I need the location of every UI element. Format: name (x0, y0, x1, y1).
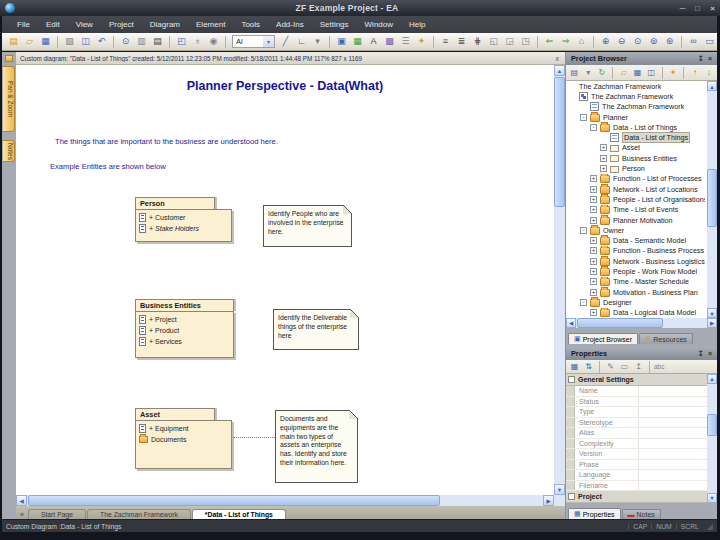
expander-icon[interactable]: + (590, 309, 597, 316)
package-item[interactable]: Documents (136, 434, 231, 444)
scroll-down-icon[interactable]: ▼ (707, 308, 717, 318)
canvas-vertical-scrollbar[interactable]: ▲ ▼ (554, 65, 565, 495)
tab-resources[interactable]: ⚙Resources (639, 333, 693, 344)
expander-icon[interactable]: - (580, 114, 587, 121)
expander-icon[interactable]: + (590, 268, 597, 275)
package-item[interactable]: + Equipment (136, 423, 231, 434)
options-icon[interactable]: ∞ (686, 35, 701, 49)
tree-item-planner-motivation[interactable]: +Planner Motivation (566, 215, 717, 225)
find-icon[interactable]: ⊙ (118, 35, 133, 49)
pin-icon[interactable]: ↧ (696, 350, 706, 358)
zoom-custom-icon[interactable]: ⊛ (662, 35, 677, 49)
tree-item-designer[interactable]: -Designer (566, 297, 717, 307)
close-panel-icon[interactable]: × (706, 350, 714, 357)
paste-icon[interactable]: ▧ (62, 35, 77, 49)
pb-document-icon[interactable]: ▤ (568, 68, 581, 77)
navigate-back-icon[interactable]: ⇐ (542, 35, 557, 49)
resize-grip-icon[interactable]: ◢ (707, 522, 713, 531)
tree-item-asset[interactable]: +Asset (566, 143, 717, 153)
note-business-entities[interactable]: Identify the Deliverable things of the e… (273, 309, 359, 350)
package-item[interactable]: + Product (136, 325, 233, 336)
zoom-out-icon[interactable]: ⊖ (614, 35, 629, 49)
menu-project[interactable]: Project (102, 18, 141, 31)
open-icon[interactable]: ▱ (22, 35, 37, 49)
properties-vertical-scrollbar[interactable]: ▲ ▼ (707, 374, 717, 503)
maximize-button[interactable]: □ (690, 4, 705, 13)
tree-item-data-logical[interactable]: +Data - Logical Data Model (566, 308, 717, 318)
note-asset[interactable]: Documents and equipments are the main tw… (275, 410, 358, 483)
menu-diagram[interactable]: Diagram (143, 18, 187, 31)
property-value[interactable] (639, 449, 717, 459)
tree-item-diagram[interactable]: The Zachman Framework (566, 102, 717, 112)
expander-icon[interactable]: + (590, 196, 597, 203)
pb-search-icon[interactable]: ✦ (667, 68, 680, 77)
close-panel-icon[interactable]: × (706, 55, 714, 62)
expander-icon[interactable]: + (590, 217, 597, 224)
alphabetical-sort-icon[interactable]: ⇅ (582, 362, 595, 371)
tree-item-function[interactable]: +Function - List of Processes (566, 174, 717, 184)
expander-icon[interactable]: - (580, 227, 587, 234)
expander-icon[interactable]: - (580, 299, 587, 306)
scroll-up-icon[interactable]: ▲ (554, 65, 565, 76)
vertical-scroll-thumb[interactable] (707, 169, 717, 227)
notes-dock-tab[interactable]: Notes (3, 140, 15, 162)
categorized-view-icon[interactable]: ▦ (568, 362, 581, 371)
tree-item-data-list-diagram[interactable]: Data - List of Things (566, 132, 717, 142)
package-person-body[interactable]: + Customer + Stake Holders (135, 209, 232, 242)
expander-icon[interactable]: + (590, 186, 597, 193)
property-up-icon[interactable]: ↥ (632, 362, 645, 371)
tab-data-list-of-things[interactable]: *Data - List of Things (192, 509, 286, 519)
package-person-tab[interactable]: Person (135, 197, 215, 209)
pb-refresh-icon[interactable]: ↻ (596, 68, 609, 77)
tab-zachman-framework[interactable]: The Zachman Framework (87, 509, 191, 519)
zoom-fit-icon[interactable]: ⊚ (646, 35, 661, 49)
property-value[interactable] (639, 428, 717, 438)
expander-icon[interactable]: + (590, 289, 597, 296)
tree-item-data-semantic[interactable]: +Data - Semantic Model (566, 235, 717, 245)
tree-root-header[interactable]: The Zachman Framework (566, 81, 717, 91)
package-asset-tab[interactable]: Asset (135, 408, 215, 420)
group-project[interactable]: Project (566, 491, 717, 503)
menu-window[interactable]: Window (358, 18, 400, 31)
property-value[interactable] (639, 470, 717, 480)
save-icon[interactable]: ▦ (38, 35, 53, 49)
scroll-up-icon[interactable]: ▲ (707, 374, 717, 384)
new-icon[interactable]: ▤ (6, 35, 21, 49)
zoom-100-icon[interactable]: ⊙ (630, 35, 645, 49)
menu-edit[interactable]: Edit (39, 18, 67, 31)
pb-move-down-icon[interactable]: ↓ (702, 68, 715, 77)
copy-icon[interactable]: ◫ (78, 35, 93, 49)
connector-style-icon[interactable]: ∟ (294, 35, 309, 49)
menu-help[interactable]: Help (402, 18, 432, 31)
collapse-box-icon[interactable] (568, 376, 575, 383)
expander-icon[interactable]: + (600, 165, 607, 172)
tree-item-model[interactable]: The Zachman Framework (566, 91, 717, 101)
expander-icon[interactable]: + (590, 247, 597, 254)
package-asset-body[interactable]: + Equipment Documents (135, 420, 232, 469)
horizontal-scroll-thumb[interactable] (28, 495, 440, 506)
list-icon[interactable]: ☰ (398, 35, 413, 49)
collapse-box-icon[interactable] (568, 493, 575, 500)
tree-item-planner[interactable]: -Planner (566, 112, 717, 122)
menu-addins[interactable]: Add-Ins (269, 18, 311, 31)
close-button[interactable]: × (705, 4, 720, 13)
expander-icon[interactable]: + (590, 175, 597, 182)
expander-icon[interactable]: + (600, 144, 607, 151)
diagram-canvas[interactable]: Planner Perspective - Data(What) The thi… (16, 65, 565, 506)
expander-icon[interactable]: + (590, 206, 597, 213)
scroll-left-icon[interactable]: ◀ (16, 495, 27, 506)
navigate-forward-icon[interactable]: ⇒ (558, 35, 573, 49)
same-width-icon[interactable]: ◱ (486, 35, 501, 49)
property-value[interactable] (639, 460, 717, 470)
fill-color-icon[interactable]: ▩ (382, 35, 397, 49)
expander-icon[interactable]: + (590, 237, 597, 244)
tab-project-browser[interactable]: ▣Project Browser (568, 333, 638, 344)
ruler-icon[interactable]: ▭ (702, 35, 717, 49)
menu-settings[interactable]: Settings (313, 18, 356, 31)
print-icon[interactable]: ▤ (150, 35, 165, 49)
pan-zoom-tab[interactable]: Pan & Zoom (3, 66, 15, 132)
tree-item-people[interactable]: +People - List of Organisations (566, 194, 717, 204)
pb-move-up-icon[interactable]: ↑ (688, 68, 701, 77)
same-size-icon[interactable]: ◳ (518, 35, 533, 49)
pb-new-package-icon[interactable]: ▱ (617, 68, 630, 77)
